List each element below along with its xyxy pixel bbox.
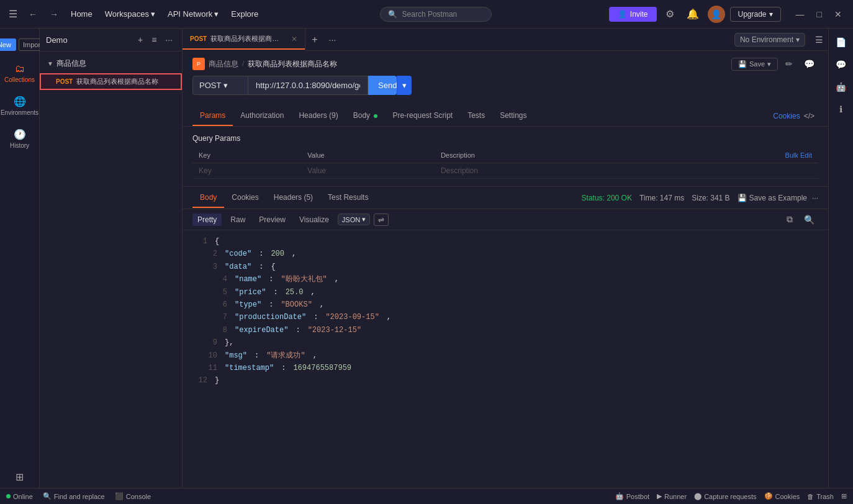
url-input[interactable] [248, 76, 368, 95]
save-example-button[interactable]: 💾 Save as Example [738, 194, 807, 202]
method-selector[interactable]: POST ▾ [192, 76, 248, 95]
active-tab[interactable]: POST 获取商品列表根据商品名称 ✕ [183, 29, 305, 51]
tab-settings[interactable]: Settings [492, 106, 534, 126]
runner-icon: ▶ [657, 492, 662, 500]
sidebar-toggle-icon[interactable]: ☰ [810, 31, 828, 48]
add-tab-button[interactable]: + [305, 34, 323, 45]
close-button[interactable]: ✕ [829, 7, 847, 22]
api-network-menu[interactable]: API Network ▾ [164, 7, 222, 21]
explore-link[interactable]: Explore [227, 7, 262, 21]
avatar[interactable]: 👤 [708, 6, 725, 23]
back-button[interactable]: ← [25, 7, 41, 22]
add-collection-button[interactable]: + [135, 34, 146, 46]
tab-close-button[interactable]: ✕ [291, 35, 297, 43]
save-button[interactable]: 💾 Save ▾ [731, 58, 778, 71]
sidebar-item-apps[interactable]: ⊞ [2, 466, 37, 488]
value-cell[interactable]: Value [301, 163, 435, 179]
layout-button[interactable]: ⊞ [841, 492, 847, 500]
sidebar-item-environments[interactable]: 🌐 Environments [2, 91, 37, 121]
edit-icon[interactable]: ✏ [782, 57, 797, 71]
json-line-1: 1 { [192, 235, 818, 248]
right-docs-icon[interactable]: 📄 [832, 34, 850, 51]
json-format-selector[interactable]: JSON ▾ [338, 214, 370, 225]
sidebar-item-history[interactable]: 🕐 History [2, 124, 37, 154]
postbot-icon: 🤖 [615, 492, 624, 500]
environments-icon: 🌐 [14, 96, 26, 107]
tab-more-button[interactable]: ··· [324, 35, 341, 45]
find-replace-button[interactable]: 🔍 Find and replace [43, 492, 105, 500]
home-link[interactable]: Home [67, 7, 96, 21]
comment-icon[interactable]: 💬 [800, 57, 818, 71]
environment-selector[interactable]: No Environment ▾ [734, 33, 805, 47]
collection-icon: P [192, 58, 205, 70]
send-dropdown-button[interactable]: ▾ [397, 76, 412, 95]
more-options-button[interactable]: ··· [162, 34, 176, 46]
send-button[interactable]: Send [368, 76, 397, 95]
resp-tab-headers[interactable]: Headers (5) [266, 188, 320, 208]
json-line-3: 3 "data": { [202, 261, 818, 273]
workspaces-label: Workspaces [105, 9, 149, 19]
right-robot-icon[interactable]: 🤖 [832, 78, 850, 96]
online-label: Online [13, 493, 33, 500]
params-table: Key Value Description Bulk Edit Key Valu… [192, 148, 818, 179]
copy-button[interactable]: ⧉ [783, 213, 797, 226]
right-info-icon[interactable]: ℹ [836, 101, 846, 118]
api-network-label: API Network [168, 9, 212, 19]
cookies-link[interactable]: Cookies [773, 107, 800, 125]
workspaces-menu[interactable]: Workspaces ▾ [101, 7, 159, 21]
cookies-status-button[interactable]: 🍪 Cookies [764, 492, 800, 500]
request-name: 获取商品列表根据商品名称 [76, 77, 158, 86]
tab-authorization[interactable]: Authorization [233, 106, 291, 126]
postbot-button[interactable]: 🤖 Postbot [615, 492, 649, 500]
send-group: POST ▾ Send ▾ [192, 76, 412, 95]
settings-icon[interactable]: ⚙ [662, 6, 678, 22]
maximize-button[interactable]: □ [812, 7, 827, 22]
trash-icon: 🗑 [807, 493, 814, 500]
tab-headers[interactable]: Headers (9) [291, 106, 345, 126]
resp-tab-body[interactable]: Body [192, 188, 224, 208]
collection-header[interactable]: ▼ 商品信息 [40, 54, 182, 73]
sort-button[interactable]: ≡ [148, 34, 160, 46]
resp-tab-cookies[interactable]: Cookies [224, 188, 266, 208]
format-visualize-button[interactable]: Visualize [294, 214, 334, 226]
bell-icon[interactable]: 🔔 [683, 6, 703, 22]
new-button[interactable]: New [0, 38, 16, 51]
forward-button[interactable]: → [46, 7, 62, 22]
json-line-10: 10 "msg": "请求成功", [202, 349, 818, 362]
request-item[interactable]: POST 获取商品列表根据商品名称 [40, 73, 182, 90]
tab-params[interactable]: Params [192, 106, 233, 126]
format-preview-button[interactable]: Preview [254, 214, 291, 226]
header-actions: + ≡ ··· [135, 34, 176, 46]
right-comments-icon[interactable]: 💬 [832, 56, 850, 73]
console-button[interactable]: ⬛ Console [115, 492, 151, 500]
tab-pre-request[interactable]: Pre-request Script [385, 106, 460, 126]
tab-tests[interactable]: Tests [460, 106, 492, 126]
sidebar-item-collections[interactable]: 🗂 Collections [2, 58, 37, 88]
response-more-button[interactable]: ··· [812, 194, 818, 202]
resp-tab-test-results[interactable]: Test Results [320, 188, 376, 208]
capture-button[interactable]: ⬤ Capture requests [694, 492, 756, 500]
layout-icon: ⊞ [841, 492, 847, 500]
key-cell[interactable]: Key [192, 163, 301, 179]
desc-cell[interactable]: Description [435, 163, 649, 179]
menu-icon[interactable]: ☰ [6, 6, 20, 22]
console-icon: ⬛ [115, 492, 124, 500]
invite-button[interactable]: 👤 Invite [609, 7, 657, 22]
code-icon[interactable]: </> [800, 107, 818, 125]
wrap-button[interactable]: ⇌ [374, 214, 389, 226]
environments-label: Environments [1, 109, 38, 116]
search-bar[interactable]: 🔍 Search Postman [380, 7, 492, 22]
json-line-11: 11 "timestamp": 1694765587959 [202, 362, 818, 374]
no-environment-label: No Environment [740, 35, 793, 44]
bulk-edit-button[interactable]: Bulk Edit [649, 148, 818, 163]
collections-panel: Demo + ≡ ··· ▼ 商品信息 POST 获取商品列表根据商品名称 [40, 29, 183, 488]
format-pretty-button[interactable]: Pretty [192, 214, 222, 226]
minimize-button[interactable]: — [791, 7, 810, 22]
upgrade-button[interactable]: Upgrade ▾ [730, 7, 781, 22]
tab-body[interactable]: Body [346, 106, 386, 126]
search-button[interactable]: 🔍 [800, 214, 818, 226]
online-status[interactable]: Online [6, 493, 33, 500]
runner-button[interactable]: ▶ Runner [657, 492, 687, 500]
trash-button[interactable]: 🗑 Trash [807, 492, 834, 500]
format-raw-button[interactable]: Raw [225, 214, 250, 226]
